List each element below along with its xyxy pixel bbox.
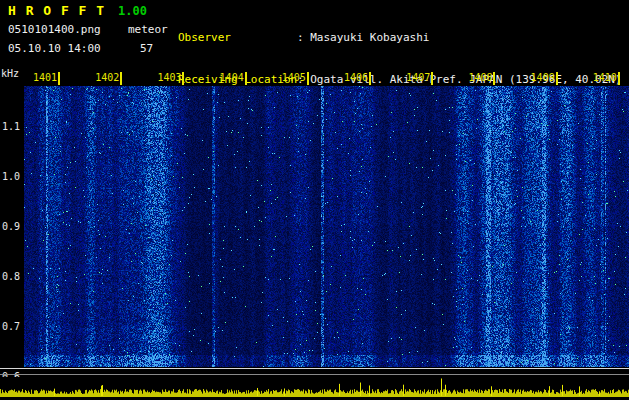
time-tick-text: 1409 xyxy=(531,72,555,84)
time-tick-text: 1406 xyxy=(344,72,368,84)
output-filename: 0510101400.png xyxy=(8,23,101,36)
time-tick-label: 1410 xyxy=(593,72,620,85)
datetime-label: 05.10.10 14:00 xyxy=(8,42,101,55)
time-tick-text: 1408 xyxy=(468,72,492,84)
time-tick-label: 1404 xyxy=(220,72,247,85)
echo-count: 57 xyxy=(140,42,153,55)
info-value-observer: : Masayuki Kobayashi xyxy=(297,31,429,44)
time-tick-label: 1405 xyxy=(282,72,309,85)
time-tick-mark xyxy=(307,72,309,85)
time-tick-label: 1409 xyxy=(531,72,558,85)
time-tick-mark xyxy=(245,72,247,85)
time-tick-mark xyxy=(58,72,60,85)
time-tick-text: 1405 xyxy=(282,72,306,84)
time-tick-label: 1403 xyxy=(157,72,184,85)
app-title: H R O F F T xyxy=(8,3,105,18)
hrofft-screen: H R O F F T 1.00 0510101400.png meteor 0… xyxy=(0,0,629,400)
info-row-observer: Observer: Masayuki Kobayashi xyxy=(178,31,622,45)
frequency-tick-label: 0.8 xyxy=(0,271,20,283)
signal-level-canvas xyxy=(0,377,629,397)
time-tick-mark xyxy=(431,72,433,85)
time-tick-text: 1402 xyxy=(95,72,119,84)
time-tick-mark xyxy=(493,72,495,85)
time-tick-mark xyxy=(618,72,620,85)
time-tick-label: 1407 xyxy=(406,72,433,85)
mode-label: meteor xyxy=(128,23,168,36)
time-tick-text: 1404 xyxy=(220,72,244,84)
info-label-observer: Observer xyxy=(178,31,297,45)
time-tick-text: 1407 xyxy=(406,72,430,84)
frequency-tick-label: 1.1 xyxy=(0,121,20,133)
time-tick-text: 1403 xyxy=(157,72,181,84)
spectrogram-canvas xyxy=(24,86,629,367)
frequency-tick-label: 0.9 xyxy=(0,221,20,233)
time-tick-mark xyxy=(182,72,184,85)
y-axis-unit-label: kHz xyxy=(1,68,19,79)
separator-line-bottom xyxy=(0,374,629,375)
time-tick-label: 1406 xyxy=(344,72,371,85)
separator-line-top xyxy=(0,368,629,369)
time-tick-label: 1401 xyxy=(33,72,60,85)
time-tick-text: 1401 xyxy=(33,72,57,84)
frequency-tick-label: 0.7 xyxy=(0,321,20,333)
time-tick-mark xyxy=(369,72,371,85)
time-tick-text: 1410 xyxy=(593,72,617,84)
time-tick-label: 1402 xyxy=(95,72,122,85)
app-version: 1.00 xyxy=(118,4,147,18)
time-tick-mark xyxy=(120,72,122,85)
time-tick-mark xyxy=(556,72,558,85)
frequency-tick-label: 1.0 xyxy=(0,171,20,183)
time-tick-label: 1408 xyxy=(468,72,495,85)
